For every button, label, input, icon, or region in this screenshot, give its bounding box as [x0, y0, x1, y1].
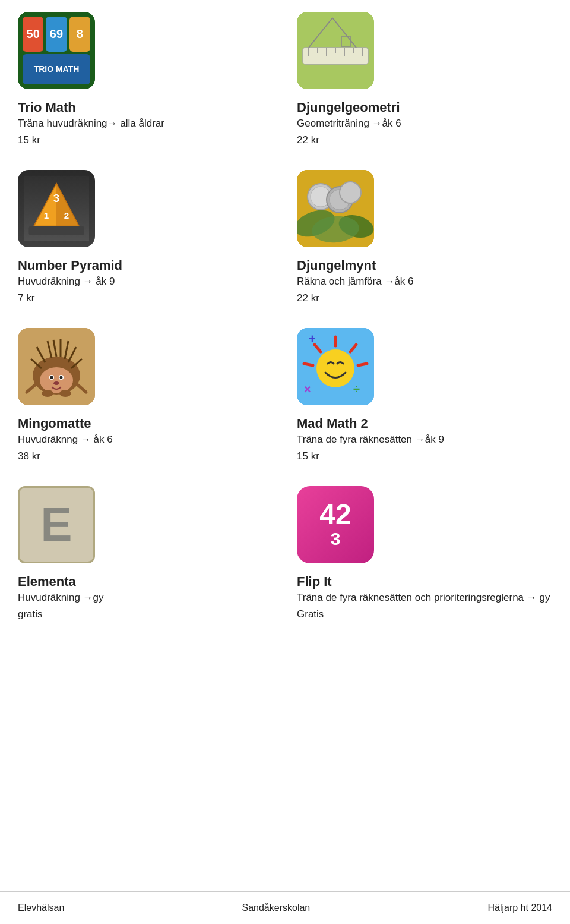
app-item-mingomatte: Mingomatte Huvudräknng → åk 6 38 kr — [18, 328, 273, 462]
app-price-mingomatte: 38 kr — [18, 450, 40, 462]
geo-svg — [297, 12, 374, 89]
svg-point-27 — [340, 182, 361, 203]
app-item-djungelmynt: Djungelmynt Räkna och jämföra →åk 6 22 k… — [297, 170, 552, 304]
svg-point-44 — [53, 381, 59, 385]
app-subtitle-elementa: Huvudräkning →gy — [18, 592, 104, 604]
svg-point-41 — [50, 376, 53, 379]
elementa-letter: E — [40, 497, 72, 552]
svg-text:2: 2 — [64, 210, 69, 220]
app-icon-flip-it: 42 3 — [297, 486, 374, 563]
svg-point-50 — [316, 349, 354, 387]
svg-line-55 — [304, 364, 313, 365]
mingomatte-svg — [18, 328, 95, 405]
app-price-djungelmynt: 22 kr — [297, 292, 319, 304]
app-icon-djungelmynt — [297, 170, 374, 247]
app-icon-mingomatte — [18, 328, 95, 405]
pyramid-svg: 3 1 2 — [24, 176, 89, 241]
svg-text:1: 1 — [44, 210, 49, 220]
svg-point-48 — [59, 390, 71, 397]
app-subtitle-mad-math: Träna de fyra räknesätten →åk 9 — [297, 434, 444, 446]
app-icon-number-pyramid: 3 1 2 — [18, 170, 95, 247]
svg-point-47 — [42, 390, 53, 397]
app-price-djungelgeometri: 22 kr — [297, 134, 319, 146]
svg-point-43 — [60, 376, 63, 379]
app-item-number-pyramid: 3 1 2 Number Pyramid Huvudräkning → åk 9… — [18, 170, 273, 304]
svg-line-53 — [358, 364, 367, 365]
svg-text:+: + — [309, 332, 316, 345]
app-icon-trio-math: 50 69 8 TRIO MATH — [18, 12, 95, 89]
app-subtitle-mingomatte: Huvudräknng → åk 6 — [18, 434, 113, 446]
svg-text:3: 3 — [53, 192, 59, 204]
main-content: 50 69 8 TRIO MATH Trio Math Träna huvudr… — [0, 0, 570, 692]
mad-math-svg: + ÷ × — [297, 328, 374, 405]
djungelmynt-svg — [297, 170, 374, 247]
apps-grid: 50 69 8 TRIO MATH Trio Math Träna huvudr… — [18, 12, 552, 644]
app-icon-djungelgeometri — [297, 12, 374, 89]
app-price-elementa: gratis — [18, 608, 43, 620]
flip-number-42: 42 — [319, 500, 351, 529]
app-icon-mad-math: + ÷ × — [297, 328, 374, 405]
app-item-mad-math: + ÷ × Mad Math 2 Träna de fyra räknesätt… — [297, 328, 552, 462]
app-subtitle-trio-math: Träna huvudräkning→ alla åldrar — [18, 118, 164, 130]
footer-left: Elevhälsan — [18, 903, 64, 913]
app-subtitle-number-pyramid: Huvudräkning → åk 9 — [18, 276, 115, 288]
footer-center: Sandåkerskolan — [242, 903, 311, 913]
app-item-elementa: E Elementa Huvudräkning →gy gratis — [18, 486, 273, 620]
app-price-mad-math: 15 kr — [297, 450, 319, 462]
app-name-number-pyramid: Number Pyramid — [18, 258, 122, 273]
app-name-trio-math: Trio Math — [18, 100, 76, 115]
app-name-mingomatte: Mingomatte — [18, 416, 91, 431]
app-price-trio-math: 15 kr — [18, 134, 40, 146]
footer-right: Häljarp ht 2014 — [487, 903, 552, 913]
app-price-flip-it: Gratis — [297, 608, 324, 620]
app-price-number-pyramid: 7 kr — [18, 292, 34, 304]
app-subtitle-flip-it: Träna de fyra räknesätten och prioriteri… — [297, 592, 550, 604]
app-name-elementa: Elementa — [18, 574, 76, 589]
app-item-flip-it: 42 3 Flip It Träna de fyra räknesätten o… — [297, 486, 552, 620]
app-item-djungelgeometri: Djungelgeometri Geometriträning →åk 6 22… — [297, 12, 552, 146]
footer: Elevhälsan Sandåkerskolan Häljarp ht 201… — [0, 891, 570, 924]
svg-rect-18 — [28, 226, 84, 235]
app-item-trio-math: 50 69 8 TRIO MATH Trio Math Träna huvudr… — [18, 12, 273, 146]
app-name-flip-it: Flip It — [297, 574, 332, 589]
svg-text:÷: ÷ — [353, 383, 360, 396]
app-name-djungelmynt: Djungelmynt — [297, 258, 376, 273]
app-subtitle-djungelmynt: Räkna och jämföra →åk 6 — [297, 276, 414, 288]
app-name-mad-math: Mad Math 2 — [297, 416, 368, 431]
app-name-djungelgeometri: Djungelgeometri — [297, 100, 400, 115]
app-icon-elementa: E — [18, 486, 95, 563]
svg-text:×: × — [304, 383, 311, 396]
app-subtitle-djungelgeometri: Geometriträning →åk 6 — [297, 118, 401, 130]
flip-number-3: 3 — [331, 529, 341, 549]
